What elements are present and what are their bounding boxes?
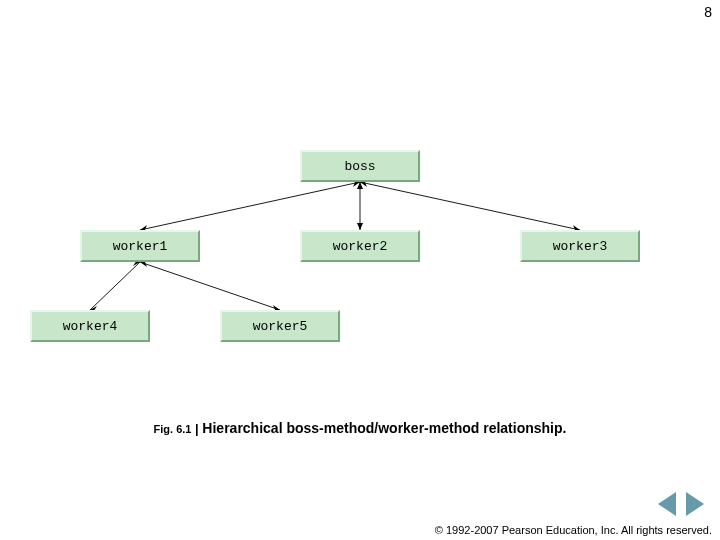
svg-line-12 xyxy=(140,262,280,310)
next-slide-icon[interactable] xyxy=(686,492,704,516)
hierarchy-diagram: boss worker1 worker2 worker3 worker4 wor… xyxy=(30,130,690,360)
node-worker4: worker4 xyxy=(30,310,150,342)
slide-nav xyxy=(658,492,704,516)
copyright-text: © 1992-2007 Pearson Education, Inc. All … xyxy=(435,524,712,536)
page-number: 8 xyxy=(704,4,712,20)
node-worker2: worker2 xyxy=(300,230,420,262)
caption-title: Hierarchical boss-method/worker-method r… xyxy=(202,420,566,436)
svg-marker-4 xyxy=(357,182,363,189)
svg-line-6 xyxy=(360,182,580,230)
node-worker1: worker1 xyxy=(80,230,200,262)
svg-marker-5 xyxy=(357,223,363,230)
prev-slide-icon[interactable] xyxy=(658,492,676,516)
node-worker3: worker3 xyxy=(520,230,640,262)
svg-line-9 xyxy=(90,262,140,310)
node-worker5: worker5 xyxy=(220,310,340,342)
svg-line-0 xyxy=(140,182,360,230)
caption-separator: | xyxy=(195,421,199,436)
caption-label: Fig. 6.1 xyxy=(154,423,192,435)
figure-caption: Fig. 6.1 | Hierarchical boss-method/work… xyxy=(0,420,720,436)
node-boss: boss xyxy=(300,150,420,182)
